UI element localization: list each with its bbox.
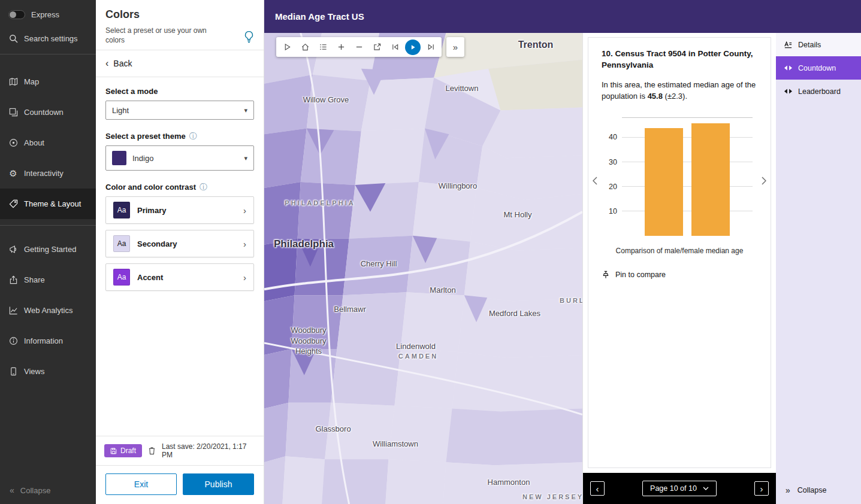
page-select[interactable]: Page 10 of 10 [642, 481, 717, 496]
interactivity-gear-icon: ⚙ [8, 169, 18, 178]
zoom-in-button[interactable] [332, 38, 350, 56]
sidebar-item-share[interactable]: Share [0, 265, 96, 295]
color-row-secondary[interactable]: Aa Secondary › [105, 230, 254, 257]
sidebar-item-label: Theme & Layout [24, 199, 81, 208]
sidebar-item-label: About [24, 138, 44, 147]
pin-to-compare-button[interactable]: Pin to compare [602, 271, 757, 279]
experience-preview: Median Age Tract US [264, 0, 861, 504]
chart-caption: Comparison of male/female median age [602, 247, 757, 255]
map-icon [8, 77, 18, 87]
right-tab-label: Countdown [798, 64, 836, 72]
divider [0, 225, 96, 226]
sidebar-item-interactivity[interactable]: ⚙ Interactivity [0, 158, 96, 189]
theme-color-swatch [112, 151, 126, 165]
search-settings-button[interactable]: Search settings [0, 26, 96, 50]
leaderboard-arrows-icon [783, 89, 793, 94]
play-circle-icon [405, 40, 421, 55]
right-collapse-button[interactable]: » Collapse [776, 476, 861, 504]
preset-theme-select[interactable]: Indigo ▾ [105, 145, 254, 171]
theme-tag-icon [8, 199, 18, 209]
chevron-down-icon [703, 487, 709, 490]
page-navigation-bar: ‹ Page 10 of 10 › [583, 473, 776, 504]
lightbulb-icon[interactable] [244, 31, 254, 45]
sidebar-item-map[interactable]: Map [0, 66, 96, 97]
right-tab-details[interactable]: Details [776, 33, 861, 56]
step-back-button[interactable] [386, 38, 404, 56]
chevron-right-icon: › [243, 205, 246, 215]
sidebar-item-information[interactable]: Information [0, 326, 96, 356]
publish-button[interactable]: Publish [183, 473, 254, 495]
sidebar-item-countdown[interactable]: Countdown [0, 97, 96, 127]
home-button[interactable] [296, 38, 314, 56]
caret-down-icon: ▾ [244, 107, 247, 114]
express-row[interactable]: Express [0, 2, 96, 26]
exit-button[interactable]: Exit [105, 473, 177, 495]
previous-page-button[interactable]: ‹ [590, 481, 605, 496]
sidebar-item-about[interactable]: About [0, 127, 96, 158]
sidebar-item-label: Web Analytics [24, 306, 72, 315]
play-button[interactable] [278, 38, 296, 56]
play-circle-button[interactable] [404, 38, 422, 56]
countdown-icon [8, 108, 18, 117]
preset-theme-label: Select a preset theme [105, 132, 186, 141]
tract-title: 10. Census Tract 9504 in Potter County, … [602, 48, 757, 71]
export-button[interactable] [368, 38, 386, 56]
analytics-icon [8, 306, 18, 315]
mode-value: Light [112, 106, 129, 115]
chart-next-button[interactable] [762, 177, 766, 185]
pin-label: Pin to compare [615, 271, 666, 279]
y-tick-label: 10 [609, 207, 617, 215]
pushpin-icon [602, 271, 610, 279]
sidebar-item-label: Share [24, 275, 45, 284]
color-row-label: Primary [137, 206, 166, 215]
color-row-primary[interactable]: Aa Primary › [105, 196, 254, 224]
views-icon [8, 367, 18, 377]
bar-male [645, 128, 683, 236]
trash-icon[interactable] [148, 447, 156, 455]
sidebar-item-web-analytics[interactable]: Web Analytics [0, 295, 96, 326]
sidebar-item-getting-started[interactable]: Getting Started [0, 234, 96, 265]
y-tick-label: 20 [609, 183, 617, 191]
info-icon[interactable]: ⓘ [189, 132, 197, 140]
margin-of-error: (±2.3). [663, 92, 687, 101]
mode-select[interactable]: Light ▾ [105, 101, 254, 120]
back-button[interactable]: ‹ Back [96, 50, 264, 77]
collapse-label: Collapse [797, 486, 827, 494]
about-icon [8, 138, 18, 148]
color-row-accent[interactable]: Aa Accent › [105, 263, 254, 291]
map-view[interactable]: Trenton Levittown Willow Grove Willingbo… [264, 33, 582, 504]
sidebar-item-label: Information [24, 336, 63, 345]
express-toggle[interactable] [8, 10, 25, 19]
sidebar-item-views[interactable]: Views [0, 356, 96, 387]
sidebar-item-theme-layout[interactable]: Theme & Layout [0, 189, 96, 219]
right-tab-leaderboard[interactable]: Leaderboard [776, 80, 861, 103]
detail-card: 10. Census Tract 9504 in Potter County, … [588, 37, 771, 468]
zoom-out-button[interactable] [350, 38, 368, 56]
draft-badge: Draft [104, 444, 142, 457]
page-label: Page 10 of 10 [650, 484, 697, 493]
chevron-right-icon: › [243, 272, 246, 283]
step-forward-button[interactable] [422, 38, 440, 56]
mode-label: Select a mode [105, 87, 158, 96]
right-tab-label: Details [798, 41, 821, 49]
sidebar-item-label: Interactivity [24, 169, 64, 178]
accent-color-swatch: Aa [113, 269, 130, 286]
experience-title: Median Age Tract US [275, 11, 364, 22]
right-sidebar: Details Countdown Leaderboard » Collapse [776, 33, 861, 504]
secondary-color-swatch: Aa [113, 235, 130, 252]
bar-chart: 40 30 20 10 [602, 117, 757, 236]
legend-button[interactable] [314, 38, 332, 56]
chevron-double-right-icon: » [786, 485, 790, 495]
chart-plot-area [622, 117, 753, 236]
next-page-button[interactable]: › [754, 481, 769, 496]
chart-previous-button[interactable] [593, 177, 597, 185]
right-tab-countdown[interactable]: Countdown [776, 56, 861, 80]
map-canvas[interactable] [264, 33, 582, 504]
express-label: Express [31, 10, 59, 19]
toolbar-expand-button[interactable]: » [446, 37, 464, 57]
contrast-label: Color and color contrast [105, 183, 196, 192]
settings-panel: Colors Select a preset or use your own c… [96, 0, 264, 504]
search-settings-label: Search settings [24, 34, 78, 43]
info-icon[interactable]: ⓘ [200, 183, 207, 191]
left-collapse-button[interactable]: « Collapse [0, 476, 96, 504]
